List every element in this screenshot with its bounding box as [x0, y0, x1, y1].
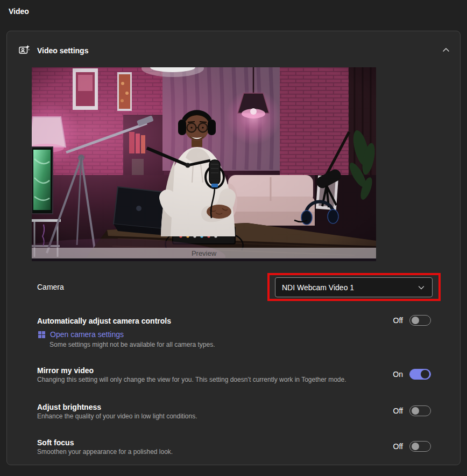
video-person-sparkle-icon: [18, 44, 31, 57]
soft-focus-toggle-group: Off: [393, 441, 431, 452]
soft-focus-desc: Smoothen your appearance for a polished …: [37, 448, 173, 456]
mirror-video-label: Mirror my video: [37, 366, 94, 375]
mirror-video-toggle-group: On: [393, 369, 431, 380]
adjust-brightness-state: Off: [393, 407, 403, 415]
toggle-knob: [412, 407, 419, 415]
adjust-brightness-label: Adjust brightness: [37, 403, 101, 411]
camera-dropdown-value: NDI Webcam Video 1: [282, 283, 354, 292]
toggle-knob: [412, 443, 419, 450]
open-camera-settings-text: Open camera settings: [50, 330, 124, 339]
toggle-knob: [412, 317, 419, 324]
video-settings-card: Video settings: [6, 31, 461, 465]
adjust-brightness-desc: Enhance the quality of your video in low…: [37, 412, 197, 420]
open-camera-settings-link[interactable]: Open camera settings: [38, 330, 124, 339]
preview-caption: Preview: [32, 248, 376, 258]
camera-preview: Preview: [32, 67, 376, 261]
auto-adjust-toggle-group: Off: [393, 315, 431, 326]
page-title: Video: [9, 7, 29, 16]
camera-label: Camera: [37, 283, 64, 291]
mirror-video-state: On: [393, 370, 403, 379]
auto-adjust-label: Automatically adjust camera controls: [37, 317, 171, 325]
soft-focus-toggle[interactable]: [409, 441, 431, 452]
camera-dropdown[interactable]: NDI Webcam Video 1: [275, 277, 433, 297]
adjust-brightness-toggle-group: Off: [393, 405, 431, 416]
adjust-brightness-toggle[interactable]: [409, 405, 431, 416]
chevron-down-icon: [417, 283, 426, 292]
camera-settings-note: Some settings might not be available for…: [49, 341, 215, 348]
auto-adjust-state: Off: [393, 316, 403, 325]
chevron-up-icon: [441, 45, 451, 55]
toggle-knob: [421, 370, 429, 379]
soft-focus-state: Off: [393, 442, 403, 451]
section-title: Video settings: [37, 46, 88, 55]
preview-photo: [32, 67, 376, 261]
collapse-section-button[interactable]: [441, 45, 451, 55]
mirror-video-desc: Changing this setting will only change t…: [37, 376, 346, 383]
auto-adjust-toggle[interactable]: [409, 315, 431, 326]
windows-logo-icon: [38, 331, 45, 338]
mirror-video-toggle[interactable]: [409, 369, 431, 380]
soft-focus-label: Soft focus: [37, 438, 74, 447]
